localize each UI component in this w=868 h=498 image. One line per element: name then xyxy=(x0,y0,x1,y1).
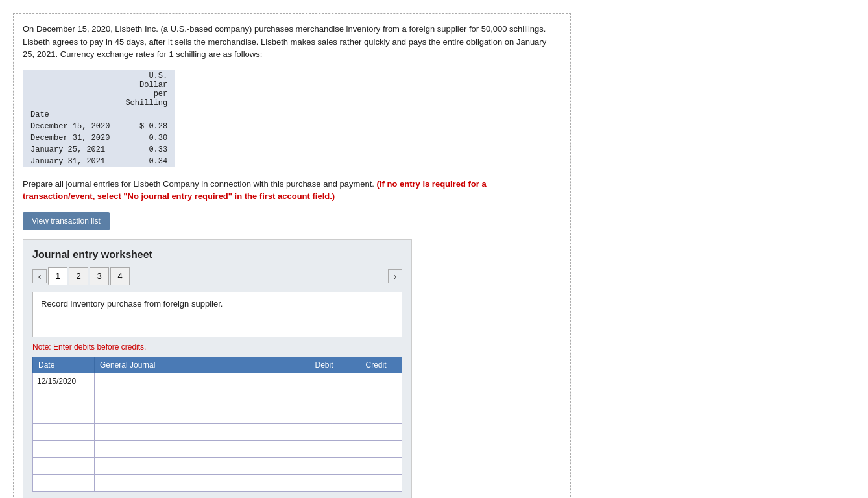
rate-row-3-date: January 25, 2021 xyxy=(23,144,117,156)
journal-row-gj-2[interactable] xyxy=(95,407,298,423)
rate-row-2-value: 0.30 xyxy=(117,132,175,144)
journal-row-gj-3[interactable] xyxy=(95,423,298,440)
journal-row-gj-4[interactable] xyxy=(95,440,298,457)
journal-row-credit-3[interactable] xyxy=(350,423,402,440)
journal-row-credit-5[interactable] xyxy=(350,457,402,474)
journal-row-credit-2[interactable] xyxy=(350,407,402,423)
col-header-credit: Credit xyxy=(350,357,402,373)
date-label: Date xyxy=(23,109,117,121)
journal-table: Date General Journal Debit Credit 12/15/… xyxy=(32,357,402,492)
next-tab-button[interactable]: › xyxy=(388,269,402,283)
journal-row-gj-6[interactable] xyxy=(95,474,298,491)
journal-row-date-0: 12/15/2020 xyxy=(33,373,95,390)
rate-row-4-date: January 31, 2021 xyxy=(23,156,117,167)
journal-row-credit-4[interactable] xyxy=(350,440,402,457)
journal-row-debit-2[interactable] xyxy=(298,407,350,423)
exchange-rate-table: U.S. Dollar per Schilling Date December … xyxy=(23,70,175,167)
note-text: Note: Enter debits before credits. xyxy=(32,342,402,351)
tab-2-button[interactable]: 2 xyxy=(69,267,88,285)
transaction-description: Record inventory purchase from foreign s… xyxy=(32,292,402,337)
rate-row-1-value: $ 0.28 xyxy=(117,121,175,132)
journal-row-gj-0[interactable] xyxy=(95,373,298,390)
journal-row-date-1[interactable] xyxy=(33,390,95,407)
prev-tab-button[interactable]: ‹ xyxy=(32,269,47,283)
col-header-general-journal: General Journal xyxy=(95,357,298,373)
rate-row-1-date: December 15, 2020 xyxy=(23,121,117,132)
journal-row-date-4[interactable] xyxy=(33,440,95,457)
journal-row-debit-6[interactable] xyxy=(298,474,350,491)
journal-row-date-2[interactable] xyxy=(33,407,95,423)
journal-row-debit-4[interactable] xyxy=(298,440,350,457)
tab-1-button[interactable]: 1 xyxy=(48,267,67,285)
journal-row-debit-5[interactable] xyxy=(298,457,350,474)
description-text: Record inventory purchase from foreign s… xyxy=(41,299,223,309)
rate-row-2-date: December 31, 2020 xyxy=(23,132,117,144)
usd-header: U.S. Dollar per Schilling xyxy=(117,70,175,109)
journal-row-date-3[interactable] xyxy=(33,423,95,440)
journal-row-date-6[interactable] xyxy=(33,474,95,491)
journal-row-debit-0[interactable] xyxy=(298,373,350,390)
journal-entry-worksheet: Journal entry worksheet ‹ 1 2 3 4 › Reco… xyxy=(23,239,412,499)
col-header-date: Date xyxy=(33,357,95,373)
problem-description: On December 15, 2020, Lisbeth Inc. (a U.… xyxy=(23,23,555,61)
page-container: On December 15, 2020, Lisbeth Inc. (a U.… xyxy=(13,13,571,498)
journal-row-gj-5[interactable] xyxy=(95,457,298,474)
date-header-label xyxy=(23,70,117,109)
journal-row-debit-3[interactable] xyxy=(298,423,350,440)
col-header-debit: Debit xyxy=(298,357,350,373)
journal-row-debit-1[interactable] xyxy=(298,390,350,407)
instruction-text: Prepare all journal entries for Lisbeth … xyxy=(23,178,555,203)
tab-navigation: ‹ 1 2 3 4 › xyxy=(32,267,402,285)
tab-3-button[interactable]: 3 xyxy=(90,267,109,285)
journal-row-credit-6[interactable] xyxy=(350,474,402,491)
journal-row-gj-1[interactable] xyxy=(95,390,298,407)
worksheet-title: Journal entry worksheet xyxy=(32,249,402,261)
view-transaction-list-button[interactable]: View transaction list xyxy=(23,212,110,230)
journal-row-credit-0[interactable] xyxy=(350,373,402,390)
rate-row-4-value: 0.34 xyxy=(117,156,175,167)
instruction-main: Prepare all journal entries for Lisbeth … xyxy=(23,179,374,189)
journal-row-credit-1[interactable] xyxy=(350,390,402,407)
rate-row-3-value: 0.33 xyxy=(117,144,175,156)
tab-4-button[interactable]: 4 xyxy=(110,267,130,285)
journal-row-date-5[interactable] xyxy=(33,457,95,474)
